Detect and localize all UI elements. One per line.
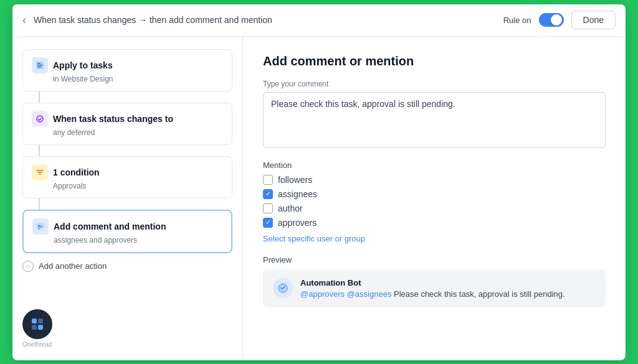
- mention-assignees-label: assignees: [278, 189, 317, 199]
- detail-panel: Add comment or mention Type your comment…: [243, 37, 626, 360]
- svg-rect-7: [38, 226, 42, 227]
- mention-list: followers assignees author: [263, 175, 606, 228]
- svg-rect-8: [32, 319, 37, 324]
- sidebar-apply-tasks-sub: in Website Design: [32, 75, 223, 83]
- mention-item-author: author: [263, 203, 606, 213]
- tasks-icon: [32, 57, 48, 73]
- bot-icon: [273, 278, 293, 298]
- sidebar-condition-title: 1 condition: [53, 167, 100, 177]
- status-icon: [32, 111, 48, 127]
- comment-icon: [32, 218, 49, 235]
- connector-2: [39, 145, 40, 156]
- sidebar-status-title: When task status changes to: [53, 114, 173, 124]
- rule-label: Rule on: [503, 16, 531, 25]
- svg-rect-9: [38, 319, 43, 324]
- rule-toggle[interactable]: [539, 13, 564, 27]
- sidebar-item-apply-tasks[interactable]: Apply to tasks in Website Design: [22, 49, 232, 91]
- connector-3: [39, 198, 40, 210]
- mention-item-assignees: assignees: [263, 189, 606, 199]
- svg-rect-3: [37, 67, 41, 68]
- preview-text: @approvers @assignees Please check this …: [300, 289, 565, 299]
- sidebar-item-condition[interactable]: 1 condition Approvals: [22, 156, 232, 198]
- preview-content: Automation Bot @approvers @assignees Ple…: [300, 278, 565, 299]
- connector-1: [39, 91, 40, 103]
- svg-rect-1: [37, 63, 40, 64]
- checkbox-approvers[interactable]: [263, 218, 273, 228]
- mention-label: Mention: [263, 161, 606, 170]
- preview-message: Please check this task, approval is stil…: [394, 289, 565, 299]
- sidebar-comment-sub: assignees and approvers: [32, 236, 222, 245]
- topbar-title: When task status changes → then add comm…: [34, 15, 503, 25]
- svg-rect-6: [38, 225, 40, 226]
- mention-assignees-tag: @assignees: [347, 289, 392, 299]
- sidebar-item-header-2: When task status changes to: [32, 111, 223, 127]
- svg-point-4: [37, 116, 43, 122]
- comment-label: Type your comment: [263, 80, 606, 88]
- mention-author-label: author: [278, 203, 303, 213]
- logo-area: Onethread: [22, 297, 232, 348]
- done-button[interactable]: Done: [571, 11, 616, 29]
- sidebar-comment-title: Add comment and mention: [54, 222, 166, 231]
- svg-rect-5: [37, 223, 44, 228]
- main-area: Apply to tasks in Website Design When ta…: [12, 37, 626, 360]
- add-action-label: Add another action: [39, 261, 107, 271]
- mention-section: Mention followers assignees: [263, 161, 606, 244]
- mention-item-followers: followers: [263, 175, 606, 185]
- logo-text: Onethread: [22, 341, 232, 348]
- sidebar-item-header: Apply to tasks: [32, 57, 223, 73]
- topbar-right: Rule on Done: [503, 11, 616, 29]
- comment-textarea[interactable]: [263, 92, 606, 148]
- preview-label: Preview: [263, 255, 606, 264]
- sidebar-item-add-comment[interactable]: Add comment and mention assignees and ap…: [22, 210, 232, 253]
- mention-approvers-tag: @approvers: [300, 289, 345, 299]
- preview-section: Preview Automation Bot @approvers: [263, 255, 606, 307]
- checkbox-author[interactable]: [263, 203, 273, 213]
- add-action-icon: ○: [22, 261, 34, 272]
- toggle-knob: [551, 14, 562, 26]
- detail-title: Add comment or mention: [263, 54, 606, 68]
- rule-toggle-wrap[interactable]: [539, 13, 564, 27]
- topbar: ‹ When task status changes → then add co…: [12, 4, 626, 37]
- sidebar-status-sub: any deferred: [32, 128, 223, 137]
- mention-item-approvers: approvers: [263, 218, 606, 228]
- sidebar-apply-tasks-title: Apply to tasks: [53, 60, 113, 70]
- svg-rect-2: [37, 65, 42, 66]
- select-user-link[interactable]: Select specific user or group: [263, 234, 365, 243]
- checkbox-followers[interactable]: [263, 175, 273, 185]
- mention-approvers-label: approvers: [278, 218, 317, 228]
- checkbox-assignees[interactable]: [263, 189, 273, 199]
- condition-icon: [32, 164, 48, 180]
- bot-name: Automation Bot: [300, 278, 565, 287]
- add-action-row[interactable]: ○ Add another action: [22, 261, 232, 272]
- sidebar: Apply to tasks in Website Design When ta…: [12, 37, 243, 360]
- sidebar-item-header-3: 1 condition: [32, 164, 223, 180]
- sidebar-item-when-status[interactable]: When task status changes to any deferred: [22, 103, 232, 145]
- app-window: ‹ When task status changes → then add co…: [12, 4, 626, 360]
- mention-followers-label: followers: [278, 175, 312, 185]
- logo-circle: [22, 309, 52, 339]
- sidebar-condition-sub: Approvals: [32, 182, 223, 190]
- svg-rect-10: [32, 325, 37, 330]
- sidebar-item-header-4: Add comment and mention: [32, 218, 222, 235]
- preview-box: Automation Bot @approvers @assignees Ple…: [263, 269, 606, 307]
- back-button[interactable]: ‹: [22, 14, 26, 27]
- svg-rect-11: [38, 325, 43, 330]
